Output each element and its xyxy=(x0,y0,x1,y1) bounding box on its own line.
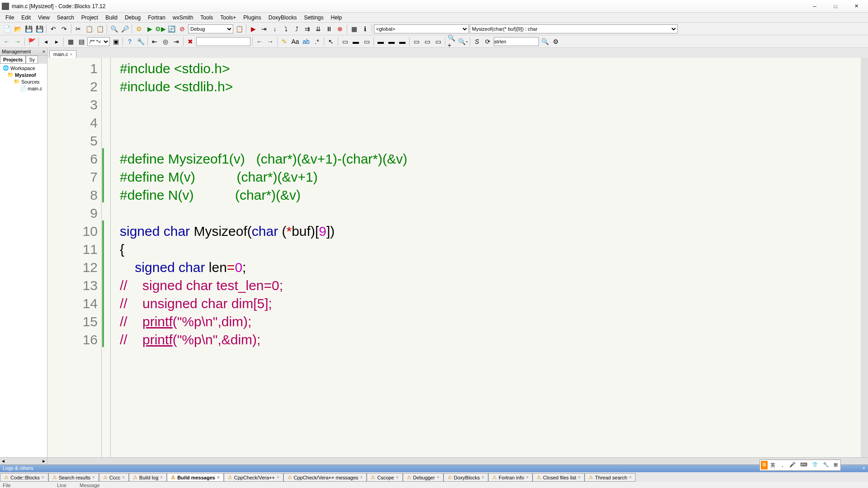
menu-settings[interactable]: Settings xyxy=(300,14,327,22)
help-icon[interactable]: ? xyxy=(125,37,135,47)
menu-build[interactable]: Build xyxy=(102,14,121,22)
log-tab-close-icon[interactable]: × xyxy=(217,475,220,480)
menu-help[interactable]: Help xyxy=(327,14,346,22)
ime-brand-icon[interactable]: S xyxy=(761,461,768,469)
ime-toolbar[interactable]: S 英 ， 🎤 ⌨ 👕 🔧 ⊞ xyxy=(760,460,841,471)
jump-mark-icon[interactable]: ◎ xyxy=(160,37,170,47)
step-out-icon[interactable]: ⤴ xyxy=(292,24,302,34)
log-tab-search-results[interactable]: ⚠ Search results × xyxy=(48,473,99,482)
block2-icon[interactable]: ▬ xyxy=(387,37,396,47)
tree-file-main-c[interactable]: 📄main.c xyxy=(1,85,46,92)
next-line-icon[interactable]: ↓ xyxy=(270,24,280,34)
ime-punct-icon[interactable]: ， xyxy=(778,461,787,469)
doxy-run-icon[interactable]: ▣ xyxy=(111,37,121,47)
tab-projects[interactable]: Projects xyxy=(0,56,26,64)
border3-icon[interactable]: ▭ xyxy=(433,37,443,47)
build-icon[interactable]: ⚙ xyxy=(134,24,144,34)
stop-debug-icon[interactable]: ⊗ xyxy=(335,24,345,34)
symbol-select[interactable]: Mysizeof(char(* buf)[9]) : char xyxy=(470,24,678,33)
doxy-extract-icon[interactable]: ▤ xyxy=(76,37,86,47)
debug-start-icon[interactable]: ▶ xyxy=(248,24,258,34)
undo-icon[interactable]: ↶ xyxy=(48,24,58,34)
mgmt-scroll-right-icon[interactable]: ▸ xyxy=(41,458,47,465)
jump-fwd-icon[interactable]: ⇥ xyxy=(171,37,181,47)
log-tab-build-log[interactable]: ⚠ Build log × xyxy=(129,473,167,482)
rebuild-icon[interactable]: 🔄 xyxy=(166,24,176,34)
ime-lang-toggle[interactable]: 英 xyxy=(769,461,777,469)
close-button[interactable]: ✕ xyxy=(846,2,866,11)
minimize-button[interactable]: ─ xyxy=(805,2,825,11)
tab-main-c[interactable]: main.c × xyxy=(49,50,76,58)
logs-close-icon[interactable]: × xyxy=(863,465,865,472)
match-case-icon[interactable]: Aa xyxy=(290,37,300,47)
break-icon[interactable]: ⏸ xyxy=(324,24,334,34)
target-settings-icon[interactable]: 📋 xyxy=(234,24,244,34)
code-editor[interactable]: 12345678910111213141516 #include <stdio.… xyxy=(47,58,868,457)
log-tab-cppcheck-vera-messages[interactable]: ⚠ CppCheck/Vera++ messages × xyxy=(283,473,367,482)
find-symbol-input[interactable] xyxy=(494,37,539,46)
nav-back-icon[interactable]: ← xyxy=(2,37,12,47)
vertical-scrollbar[interactable] xyxy=(861,58,868,457)
log-tab-doxyblocks[interactable]: ⚠ DoxyBlocks × xyxy=(443,473,488,482)
step-instr-icon[interactable]: ⇊ xyxy=(313,24,323,34)
log-tab-close-icon[interactable]: × xyxy=(578,475,581,480)
settings-icon[interactable]: 🔧 xyxy=(136,37,146,47)
run-to-cursor-icon[interactable]: ⇥ xyxy=(259,24,269,34)
menu-file[interactable]: File xyxy=(2,14,18,22)
cut-icon[interactable]: ✂ xyxy=(73,24,83,34)
block3-icon[interactable]: ▬ xyxy=(397,37,407,47)
replace-icon[interactable]: 🔎 xyxy=(120,24,130,34)
maximize-button[interactable]: □ xyxy=(826,2,845,11)
highlight-icon[interactable]: ✎ xyxy=(279,37,289,47)
menu-project[interactable]: Project xyxy=(78,14,102,22)
log-tab-close-icon[interactable]: × xyxy=(160,475,163,480)
log-tab-close-icon[interactable]: × xyxy=(481,475,484,480)
code-content[interactable]: #include <stdio.h> #include <stdlib.h> #… xyxy=(111,58,868,457)
project-tree[interactable]: 🌐Workspace 📁Mysizeof 📁Sources 📄main.c xyxy=(0,64,47,457)
ime-mic-icon[interactable]: 🎤 xyxy=(788,461,797,469)
build-run-icon[interactable]: ⚙▶ xyxy=(156,24,165,34)
refresh-icon[interactable]: ⟳ xyxy=(483,37,493,47)
jump-back-icon[interactable]: ⇤ xyxy=(150,37,160,47)
menu-plugins[interactable]: Plugins xyxy=(240,14,264,22)
redo-icon[interactable]: ↷ xyxy=(59,24,69,34)
menu-tools[interactable]: Tools+ xyxy=(217,14,240,22)
tree-project[interactable]: 📁Mysizeof xyxy=(1,71,46,78)
whole-word-icon[interactable]: ab xyxy=(301,37,311,47)
save-all-icon[interactable]: 💾 xyxy=(34,24,44,34)
log-tab-close-icon[interactable]: × xyxy=(526,475,528,480)
log-tab-close-icon[interactable]: × xyxy=(629,475,632,480)
tab-close-icon[interactable]: × xyxy=(70,52,72,57)
menu-tools[interactable]: Tools xyxy=(197,14,217,22)
search-prev-icon[interactable]: ← xyxy=(255,37,264,47)
col-line[interactable]: Line xyxy=(54,482,77,488)
clear-icon[interactable]: ✖ xyxy=(185,37,195,47)
menu-fortran[interactable]: Fortran xyxy=(144,14,169,22)
cursor-icon[interactable]: ↖ xyxy=(326,37,336,47)
log-tab-close-icon[interactable]: × xyxy=(122,475,125,480)
block1-icon[interactable]: ▬ xyxy=(376,37,386,47)
bookmark-prev-icon[interactable]: ◂ xyxy=(41,37,51,47)
fold-column[interactable] xyxy=(104,58,111,457)
abort-icon[interactable]: ⊘ xyxy=(177,24,187,34)
new-file-icon[interactable]: 📄 xyxy=(2,24,12,34)
log-tab-closed-files-list[interactable]: ⚠ Closed files list × xyxy=(533,473,585,482)
step-into-icon[interactable]: ⤵ xyxy=(281,24,291,34)
rect3-icon[interactable]: ▭ xyxy=(362,37,372,47)
doxy-block-icon[interactable]: ▦ xyxy=(66,37,75,47)
find-icon[interactable]: 🔍 xyxy=(109,24,119,34)
menu-edit[interactable]: Edit xyxy=(18,14,34,22)
quick-search-input[interactable] xyxy=(196,37,250,46)
menu-debug[interactable]: Debug xyxy=(121,14,144,22)
open-file-icon[interactable]: 📂 xyxy=(13,24,23,34)
ime-keyboard-icon[interactable]: ⌨ xyxy=(798,461,809,469)
log-tab-cscope[interactable]: ⚠ Cscope × xyxy=(367,473,402,482)
log-tab-close-icon[interactable]: × xyxy=(277,475,279,480)
scope-select[interactable]: <global> xyxy=(374,24,469,33)
tree-sources-folder[interactable]: 📁Sources xyxy=(1,78,46,85)
run-icon[interactable]: ▶ xyxy=(145,24,155,34)
log-tab-close-icon[interactable]: × xyxy=(92,475,95,480)
log-tab-close-icon[interactable]: × xyxy=(360,475,363,480)
menu-search[interactable]: Search xyxy=(53,14,78,22)
paste-icon[interactable]: 📋 xyxy=(95,24,105,34)
